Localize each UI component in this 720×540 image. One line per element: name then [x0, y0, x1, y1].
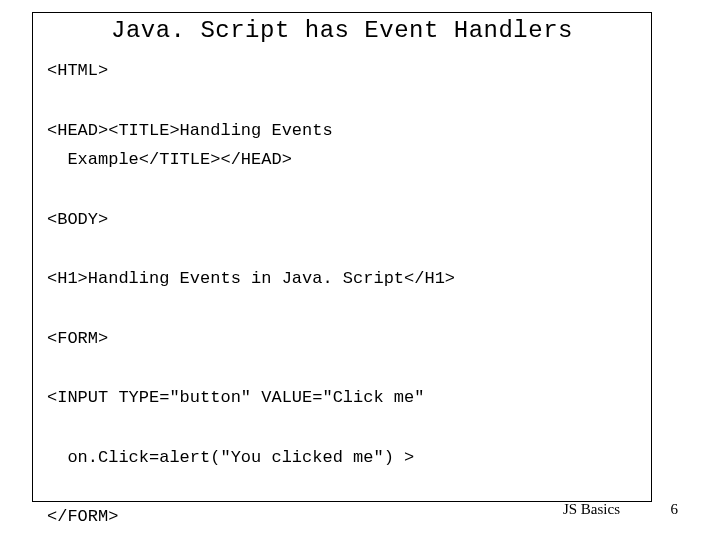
code-line: <INPUT TYPE="button" VALUE="Click me" [47, 388, 424, 407]
code-line: <FORM> [47, 329, 108, 348]
code-line: Example</TITLE></HEAD> [47, 150, 292, 169]
page-number: 6 [671, 501, 679, 518]
code-line: <HTML> [47, 61, 108, 80]
code-line: </FORM> [47, 507, 118, 526]
code-line: <BODY> [47, 210, 108, 229]
slide-title: Java. Script has Event Handlers [33, 17, 651, 44]
code-line: on.Click=alert("You clicked me") > [47, 448, 414, 467]
code-line: <HEAD><TITLE>Handling Events [47, 121, 333, 140]
code-line: <H1>Handling Events in Java. Script</H1> [47, 269, 455, 288]
code-block: <HTML> <HEAD><TITLE>Handling Events Exam… [33, 56, 651, 540]
slide-frame: Java. Script has Event Handlers <HTML> <… [32, 12, 652, 502]
footer-label: JS Basics [563, 501, 620, 518]
